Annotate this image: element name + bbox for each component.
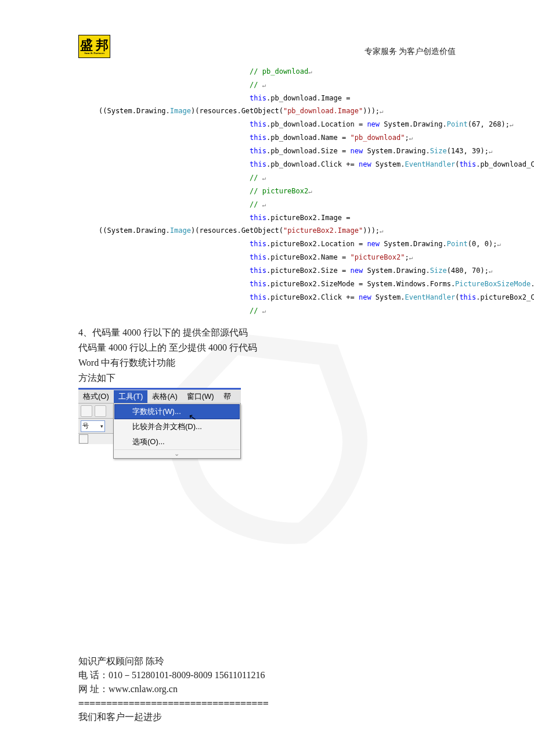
ruler-row — [78, 434, 113, 444]
toolbar-row-1 — [78, 404, 113, 419]
code-line: // pb_download↵ — [99, 65, 488, 78]
menu-tools[interactable]: 工具(T) — [114, 390, 148, 403]
word-menu-screenshot: 格式(O) 工具(T) 表格(A) 窗口(W) 帮 号 ▾ — [78, 388, 241, 459]
body-line-2: 代码量 4000 行以上的 至少提供 4000 行代码 — [78, 340, 257, 355]
dropdown-item-label: 选项(O)... — [132, 437, 165, 447]
scissors-icon[interactable] — [95, 405, 106, 417]
font-size-select[interactable]: 号 ▾ — [81, 420, 105, 432]
menu-help-partial[interactable]: 帮 — [219, 390, 236, 403]
code-line: // ↵ — [99, 304, 488, 318]
code-line: ((System.Drawing.Image)(resources.GetObj… — [99, 105, 488, 118]
menu-table[interactable]: 表格(A) — [147, 390, 182, 403]
logo-text-cn: 盛 邦 — [80, 39, 109, 52]
body-text: 4、代码量 4000 行以下的 提供全部源代码 代码量 4000 行以上的 至少… — [78, 325, 257, 386]
code-line: // ↵ — [99, 171, 488, 185]
font-size-value: 号 — [82, 422, 89, 430]
code-line: this.pictureBox2.Name = "pictureBox2";↵ — [99, 251, 488, 264]
dropdown-item-word-count[interactable]: 字数统计(W)... ↖ — [114, 404, 240, 419]
dropdown-item-label: 比较并合并文档(D)... — [132, 422, 202, 432]
dropdown-expand-grip[interactable]: ⌄ — [114, 449, 240, 458]
footer-divider: ================================== — [78, 696, 269, 710]
body-line-3: Word 中有行数统计功能 — [78, 355, 257, 370]
menu-window[interactable]: 窗口(W) — [182, 390, 219, 403]
code-line: ((System.Drawing.Image)(resources.GetObj… — [99, 224, 488, 237]
footer-line-phone: 电 话：010－51280101-8009-8009 15611011216 — [78, 668, 269, 682]
code-line: this.pictureBox2.Click += new System.Eve… — [99, 291, 488, 304]
dropdown-item-compare-merge[interactable]: 比较并合并文档(D)... — [114, 419, 240, 434]
code-line: this.pictureBox2.Location = new System.D… — [99, 237, 488, 251]
footer-line-web: 网 址：www.cnlaw.org.cn — [78, 682, 269, 696]
tools-dropdown: 字数统计(W)... ↖ 比较并合并文档(D)... 选项(O)... ⌄ — [113, 404, 241, 459]
dropdown-item-options[interactable]: 选项(O)... — [114, 434, 240, 449]
code-line: this.pictureBox2.Size = new System.Drawi… — [99, 264, 488, 278]
dropdown-item-label: 字数统计(W)... — [132, 406, 181, 417]
code-line: this.pb_download.Click += new System.Eve… — [99, 158, 488, 171]
footer-line-dept: 知识产权顾问部 陈玲 — [78, 654, 269, 668]
header-slogan: 专家服务 为客户创造价值 — [365, 46, 456, 57]
chevron-down-icon: ▾ — [100, 423, 103, 429]
code-line: this.pb_download.Size = new System.Drawi… — [99, 145, 488, 158]
code-line: // ↵ — [99, 78, 488, 92]
toolbar-icon[interactable] — [81, 405, 92, 417]
toolbar-row-2: 号 ▾ — [78, 419, 113, 434]
code-line: this.pb_download.Name = "pb_download";↵ — [99, 131, 488, 145]
menu-format[interactable]: 格式(O) — [78, 390, 114, 403]
footer-line-slogan: 我们和客户一起进步 — [78, 710, 269, 724]
code-line: this.pb_download.Image = — [99, 92, 488, 105]
code-line: this.pictureBox2.Image = — [99, 211, 488, 224]
menubar: 格式(O) 工具(T) 表格(A) 窗口(W) 帮 — [78, 390, 241, 404]
body-line-1: 4、代码量 4000 行以下的 提供全部源代码 — [78, 325, 257, 340]
code-line: this.pb_download.Location = new System.D… — [99, 118, 488, 131]
footer-contact: 知识产权顾问部 陈玲 电 话：010－51280101-8009-8009 15… — [78, 654, 269, 724]
code-snippet: // pb_download↵ // ↵ this.pb_download.Im… — [99, 65, 488, 318]
code-line: // ↵ — [99, 198, 488, 211]
ruler-corner-button[interactable] — [79, 434, 88, 444]
logo-text-en: Sam & Partners — [84, 52, 104, 55]
code-line: this.pictureBox2.SizeMode = System.Windo… — [99, 278, 488, 291]
logo: 盛 邦 Sam & Partners — [78, 35, 110, 58]
body-line-4: 方法如下 — [78, 370, 257, 386]
code-line: // pictureBox2↵ — [99, 185, 488, 198]
